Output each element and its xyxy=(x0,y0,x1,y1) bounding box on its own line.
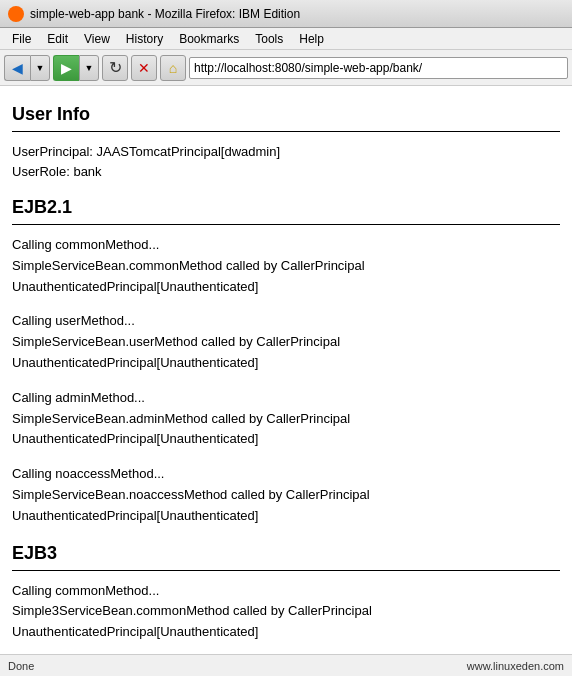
ejb21-result-1: SimpleServiceBean.userMethod called by C… xyxy=(12,332,560,374)
menu-tools[interactable]: Tools xyxy=(247,30,291,48)
menu-bookmarks[interactable]: Bookmarks xyxy=(171,30,247,48)
forward-button[interactable]: ▶ xyxy=(53,55,79,81)
ejb21-title: EJB2.1 xyxy=(12,197,560,218)
menu-file[interactable]: File xyxy=(4,30,39,48)
home-button[interactable]: ⌂ xyxy=(160,55,186,81)
ejb3-calling-0: Calling commonMethod... xyxy=(12,581,560,602)
address-bar-container xyxy=(189,57,568,79)
ejb21-calling-0: Calling commonMethod... xyxy=(12,235,560,256)
back-dropdown[interactable]: ▼ xyxy=(30,55,50,81)
status-bar: Done www.linuxeden.com xyxy=(0,654,572,676)
ejb3-call-block-0: Calling commonMethod... Simple3ServiceBe… xyxy=(12,581,560,643)
menu-edit[interactable]: Edit xyxy=(39,30,76,48)
ejb21-call-block-2: Calling adminMethod... SimpleServiceBean… xyxy=(12,388,560,450)
user-info-block: UserPrincipal: JAASTomcatPrincipal[dwadm… xyxy=(12,142,560,181)
menu-bar: File Edit View History Bookmarks Tools H… xyxy=(0,28,572,50)
forward-group: ▶ ▼ xyxy=(53,55,99,81)
ejb3-divider xyxy=(12,570,560,571)
status-text: Done xyxy=(8,660,34,672)
stop-button[interactable]: ✕ xyxy=(131,55,157,81)
menu-view[interactable]: View xyxy=(76,30,118,48)
ejb21-section: Calling commonMethod... SimpleServiceBea… xyxy=(12,235,560,527)
menu-history[interactable]: History xyxy=(118,30,171,48)
ejb21-call-block-0: Calling commonMethod... SimpleServiceBea… xyxy=(12,235,560,297)
ejb21-call-block-3: Calling noaccessMethod... SimpleServiceB… xyxy=(12,464,560,526)
user-role: UserRole: bank xyxy=(12,162,560,182)
window-title: simple-web-app bank - Mozilla Firefox: I… xyxy=(30,7,300,21)
ejb21-divider xyxy=(12,224,560,225)
user-principal: UserPrincipal: JAASTomcatPrincipal[dwadm… xyxy=(12,142,560,162)
ejb21-call-block-1: Calling userMethod... SimpleServiceBean.… xyxy=(12,311,560,373)
address-bar[interactable] xyxy=(190,59,567,77)
title-bar: simple-web-app bank - Mozilla Firefox: I… xyxy=(0,0,572,28)
forward-dropdown[interactable]: ▼ xyxy=(79,55,99,81)
user-info-title: User Info xyxy=(12,104,560,125)
ejb21-calling-3: Calling noaccessMethod... xyxy=(12,464,560,485)
watermark-text: www.linuxeden.com xyxy=(467,660,564,672)
firefox-icon xyxy=(8,6,24,22)
ejb21-calling-2: Calling adminMethod... xyxy=(12,388,560,409)
ejb21-result-0: SimpleServiceBean.commonMethod called by… xyxy=(12,256,560,298)
ejb21-result-3: SimpleServiceBean.noaccessMethod called … xyxy=(12,485,560,527)
ejb3-result-0: Simple3ServiceBean.commonMethod called b… xyxy=(12,601,560,643)
user-info-divider xyxy=(12,131,560,132)
back-button[interactable]: ◀ xyxy=(4,55,30,81)
page-content: User Info UserPrincipal: JAASTomcatPrinc… xyxy=(0,86,572,676)
menu-help[interactable]: Help xyxy=(291,30,332,48)
ejb3-title: EJB3 xyxy=(12,543,560,564)
ejb21-calling-1: Calling userMethod... xyxy=(12,311,560,332)
nav-bar: ◀ ▼ ▶ ▼ ↻ ✕ ⌂ xyxy=(0,50,572,86)
back-forward-group: ◀ ▼ xyxy=(4,55,50,81)
reload-button[interactable]: ↻ xyxy=(102,55,128,81)
ejb21-result-2: SimpleServiceBean.adminMethod called by … xyxy=(12,409,560,451)
